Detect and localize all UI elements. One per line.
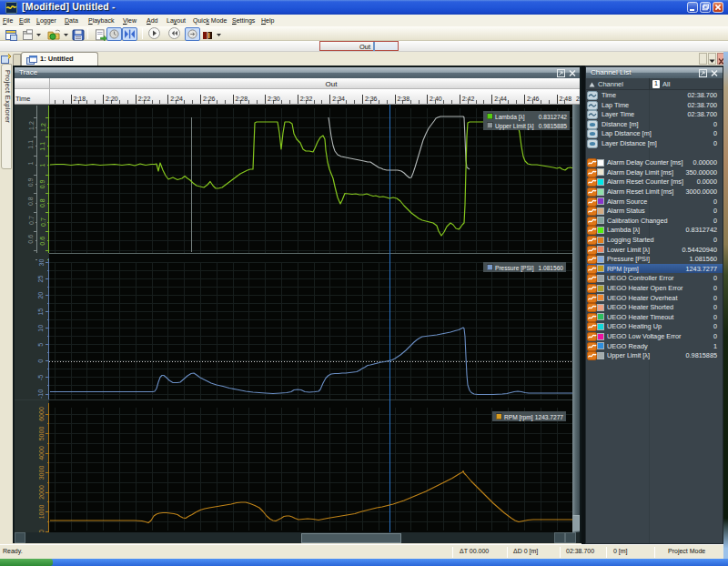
svg-text:1: 1 xyxy=(28,162,35,166)
svg-text:2:30: 2:30 xyxy=(268,96,280,102)
svg-text:RPM [rpm]: RPM [rpm] xyxy=(504,414,533,421)
svg-text:Out: Out xyxy=(326,80,339,88)
svg-text:1.2: 1.2 xyxy=(28,121,35,130)
svg-text:6000: 6000 xyxy=(38,407,45,421)
svg-text:2000: 2000 xyxy=(38,485,45,500)
svg-text:Pressure [PSI]: Pressure [PSI] xyxy=(495,265,534,272)
svg-text:0.9: 0.9 xyxy=(40,179,46,188)
svg-text:2:20: 2:20 xyxy=(106,96,118,102)
svg-text:1.2: 1.2 xyxy=(40,123,46,132)
svg-text:5: 5 xyxy=(38,343,45,347)
svg-text:30: 30 xyxy=(38,259,45,267)
svg-text:1000: 1000 xyxy=(38,505,45,520)
svg-text:0.8: 0.8 xyxy=(28,197,35,206)
svg-text:0.8: 0.8 xyxy=(40,198,46,207)
svg-text:1.081560: 1.081560 xyxy=(538,265,563,271)
svg-text:10: 10 xyxy=(38,325,45,332)
svg-text:5000: 5000 xyxy=(38,427,45,441)
svg-text:2:26: 2:26 xyxy=(203,96,216,102)
svg-text:4000: 4000 xyxy=(38,446,45,460)
svg-text:0.6: 0.6 xyxy=(40,237,46,246)
svg-text:2:46: 2:46 xyxy=(527,96,540,102)
svg-text:-10: -10 xyxy=(38,389,45,399)
svg-text:0: 0 xyxy=(38,359,45,363)
svg-text:1: 1 xyxy=(40,164,46,167)
svg-text:2:22: 2:22 xyxy=(138,96,151,102)
svg-text:2:48: 2:48 xyxy=(560,96,572,102)
svg-text:2:38: 2:38 xyxy=(398,96,410,102)
svg-text:1.1: 1.1 xyxy=(40,142,46,151)
svg-text:2:42: 2:42 xyxy=(462,96,475,102)
svg-text:0.7: 0.7 xyxy=(40,217,46,227)
svg-text:15: 15 xyxy=(38,308,45,316)
svg-text:20: 20 xyxy=(38,292,45,299)
svg-text:25: 25 xyxy=(38,276,45,283)
svg-text:1.1: 1.1 xyxy=(28,140,35,149)
svg-text:2:28: 2:28 xyxy=(236,96,248,102)
svg-text:0.8312742: 0.8312742 xyxy=(539,114,568,120)
svg-text:2:36: 2:36 xyxy=(365,96,378,102)
svg-text:2:34: 2:34 xyxy=(332,96,345,102)
svg-text:0.9815885: 0.9815885 xyxy=(539,123,568,129)
svg-text:0.9: 0.9 xyxy=(28,177,35,187)
svg-text:-5: -5 xyxy=(38,375,45,380)
svg-text:1243.7277: 1243.7277 xyxy=(535,414,564,420)
svg-text:3000: 3000 xyxy=(38,466,45,480)
svg-text:Upper Limit [λ]: Upper Limit [λ] xyxy=(495,123,534,130)
svg-text:2:32: 2:32 xyxy=(300,96,313,102)
svg-text:2:18: 2:18 xyxy=(74,96,86,102)
svg-text:0.7: 0.7 xyxy=(28,216,35,225)
svg-text:0.6: 0.6 xyxy=(28,235,35,244)
svg-text:2:24: 2:24 xyxy=(170,96,183,102)
svg-text:2:40: 2:40 xyxy=(430,96,442,102)
svg-text:Lambda [λ]: Lambda [λ] xyxy=(495,114,525,121)
svg-text:2:44: 2:44 xyxy=(494,96,507,102)
svg-text:Time: Time xyxy=(15,95,30,103)
svg-text:2: 2 xyxy=(576,96,580,102)
